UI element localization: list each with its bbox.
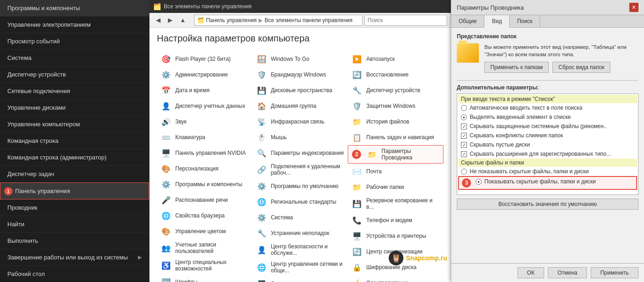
folder-description-block: Вы можете применить этот вид (например, … (484, 43, 638, 73)
sidebar-item-system[interactable]: Система (0, 50, 149, 66)
grid-item-25[interactable]: 🌐Региональные стандарты (253, 194, 348, 210)
tab-view[interactable]: Вид (484, 15, 510, 28)
sidebar-item-explorer[interactable]: Проводник (0, 200, 149, 216)
grid-item-31[interactable]: ▶️Автозапуск (348, 51, 443, 67)
sidebar-item-shutdown[interactable]: Завершение работы или выход из системы▶ (0, 249, 149, 266)
grid-item-17[interactable]: 🛡️Брандмауэр Windows (253, 67, 348, 82)
cancel-button[interactable]: Отмена (548, 267, 587, 278)
grid-item-14[interactable]: 🔤Шрифты (157, 274, 253, 282)
option-item-9[interactable]: 3Показывать скрытые файлы, папки и диски (458, 176, 637, 190)
grid-item-27[interactable]: 🔧Устранение неполадок (253, 225, 348, 241)
item-text-33: Диспетчер устройств (366, 87, 420, 94)
sidebar-item-disks[interactable]: Управление дисками (0, 100, 149, 116)
grid-item-7[interactable]: 🎨Персонализация (157, 161, 253, 176)
grid-item-39[interactable]: 📁Рабочие папки (348, 179, 443, 195)
sidebar-item-devices[interactable]: Диспетчер устройств (0, 66, 149, 83)
grid-item-37[interactable]: 2📁Параметры Проводника (348, 145, 443, 164)
checkbox-3[interactable] (461, 123, 467, 129)
folder-description: Вы можете применить этот вид (например, … (484, 43, 638, 58)
sidebar-item-control[interactable]: 1Панель управления (0, 182, 149, 200)
grid-item-6[interactable]: 🖥️Панель управления NVIDIA (157, 145, 253, 161)
sidebar-item-desktop[interactable]: Рабочий стол (0, 266, 149, 282)
radio-9[interactable] (476, 179, 482, 185)
radio-2[interactable] (461, 114, 467, 120)
option-item-3[interactable]: Скрывать защищенные системные файлы (рек… (458, 122, 637, 131)
grid-item-21[interactable]: 🖱️Мышь (253, 129, 348, 145)
sidebar-item-power[interactable]: Управление электропитанием (0, 17, 149, 33)
tab-search[interactable]: Поиск (510, 15, 540, 27)
sidebar-item-programs[interactable]: Программы и компоненты (0, 0, 149, 17)
grid-item-11[interactable]: 🎨Управление цветом (157, 223, 253, 239)
radio-1[interactable] (461, 105, 467, 111)
grid-item-12[interactable]: 👥Учетные записи пользователей (157, 239, 253, 257)
grid-item-32[interactable]: 🔄Восстановление (348, 67, 443, 82)
folder-section-title: Представление папок (457, 33, 638, 40)
grid-item-34[interactable]: 🛡️Защитник Windows (348, 98, 443, 114)
checkbox-6[interactable] (461, 151, 467, 157)
grid-item-36[interactable]: 📋Панель задач и навигация (348, 129, 443, 145)
restore-defaults-button[interactable]: Восстановить значения по умолчанию (457, 199, 638, 210)
tab-general[interactable]: Общие (451, 15, 484, 27)
sidebar-item-events[interactable]: Просмотр событий (0, 33, 149, 50)
grid-item-26[interactable]: ⚙️Система (253, 210, 348, 225)
checkbox-4[interactable] (461, 133, 467, 139)
grid-item-16[interactable]: 🪟Windows To Go (253, 51, 348, 67)
grid-item-40[interactable]: 💾Резервное копирование и в... (348, 195, 443, 212)
grid-item-35[interactable]: 📁История файлов (348, 114, 443, 129)
grid-item-24[interactable]: ⚙️Программы по умолчанию (253, 178, 348, 194)
grid-item-9[interactable]: 🎤Распознавание речи (157, 192, 253, 208)
grid-item-42[interactable]: 🖥️Устройства и принтеры (348, 228, 443, 244)
sidebar-item-cmd-admin[interactable]: Командная строка (администратор) (0, 149, 149, 166)
forward-button[interactable]: ▶ (165, 15, 175, 25)
item-text-28: Центр безопасности и обслужи... (271, 243, 345, 256)
option-item-4[interactable]: Скрывать конфликты слияния папок (458, 131, 637, 140)
grid-item-1[interactable]: ⚙️Администрирование (157, 67, 253, 82)
grid-item-22[interactable]: 🔍Параметры индексирования (253, 145, 348, 161)
grid-item-5[interactable]: ⌨️Клавиатура (157, 129, 253, 145)
grid-item-13[interactable]: ♿Центр специальных возможностей (157, 257, 253, 274)
grid-item-10[interactable]: 🌐Свойства браузера (157, 208, 253, 223)
nav-part1: Панель управления (206, 17, 257, 24)
up-button[interactable]: ▲ (177, 15, 189, 25)
grid-item-8[interactable]: ⚙️Программы и компоненты (157, 176, 253, 192)
grid-item-20[interactable]: 📡Инфракрасная связь (253, 114, 348, 129)
option-item-1[interactable]: Автоматически вводить текст в поле поиск… (458, 103, 637, 112)
sidebar-item-computer[interactable]: Управление компьютером (0, 116, 149, 133)
option-item-5[interactable]: Скрывать пустые диски (458, 140, 637, 149)
apply-button[interactable]: Применить (591, 267, 638, 278)
grid-item-41[interactable]: 📞Телефон и модем (348, 212, 443, 228)
sidebar-item-find[interactable]: Найти (0, 216, 149, 233)
address-bar[interactable]: 🗂️ Панель управления ▶ Все элементы пане… (194, 15, 362, 26)
sidebar-item-run[interactable]: Выполнить (0, 233, 149, 249)
sidebar-item-taskmgr[interactable]: Диспетчер задач (0, 166, 149, 182)
grid-item-29[interactable]: 🌐Центр управления сетями и общи... (253, 258, 348, 276)
grid-item-23[interactable]: 🔗Подключения к удаленным рабоч... (253, 161, 348, 178)
option-item-8[interactable]: Не показывать скрытые файлы, папки и дис… (458, 167, 637, 176)
grid-item-30[interactable]: 🖥️Экран (253, 276, 348, 282)
apply-to-folders-button[interactable]: Применить к папкам (484, 62, 549, 73)
option-item-6[interactable]: Скрывать расширения для зарегистрированн… (458, 149, 637, 159)
grid-item-4[interactable]: 🔊Звук (157, 114, 253, 129)
radio-8[interactable] (461, 169, 467, 175)
option-item-2[interactable]: Выделять введенный элемент в списке (458, 112, 637, 122)
checkbox-5[interactable] (461, 142, 467, 148)
sidebar-item-network[interactable]: Сетевые подключения (0, 83, 149, 100)
item-text-6: Панель управления NVIDIA (175, 150, 246, 156)
grid-item-28[interactable]: 👤Центр безопасности и обслужи... (253, 241, 348, 258)
grid-item-3[interactable]: 👤Диспетчер учетных данных (157, 98, 253, 114)
sidebar-item-cmd[interactable]: Командная строка (0, 133, 149, 149)
grid-item-18[interactable]: 💾Дисковые пространства (253, 82, 348, 98)
ok-button[interactable]: ОК (518, 267, 544, 278)
back-button[interactable]: ◀ (153, 15, 163, 25)
sidebar-badge-control: 1 (4, 187, 12, 195)
grid-item-2[interactable]: 📅Дата и время (157, 82, 253, 98)
search-input[interactable] (364, 15, 447, 26)
reset-view-button[interactable]: Сброс вида папок (552, 62, 610, 73)
grid-item-0[interactable]: 🎯Flash Player (32 бита) (157, 51, 253, 67)
item-text-38: Почта (366, 168, 381, 175)
grid-item-33[interactable]: 🔧Диспетчер устройств (348, 82, 443, 98)
grid-item-19[interactable]: 🏠Домашняя группа (253, 98, 348, 114)
grid-item-38[interactable]: ✉️Почта (348, 164, 443, 179)
grid-item-45[interactable]: ⚡Электропитание (348, 275, 443, 282)
panel-close-button[interactable]: ✕ (629, 3, 638, 12)
